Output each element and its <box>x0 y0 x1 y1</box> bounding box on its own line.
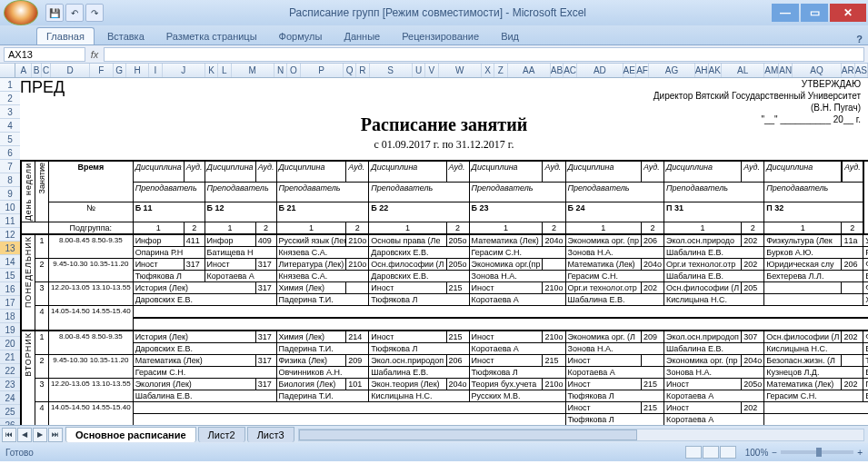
col-header-AR[interactable]: AR <box>842 64 855 77</box>
row-header-5[interactable]: 5 <box>0 133 20 146</box>
col-header-AC[interactable]: AC <box>564 64 577 77</box>
col-header-A[interactable]: A <box>15 64 31 77</box>
row-header-9[interactable]: 9 <box>0 187 20 201</box>
col-header-X[interactable]: X <box>482 64 494 77</box>
group-b11: Б 11 <box>133 202 205 222</box>
minimize-button[interactable]: — <box>772 4 799 22</box>
col-header-U[interactable]: U <box>413 64 425 77</box>
office-button[interactable] <box>4 0 38 25</box>
select-all-button[interactable] <box>0 64 15 77</box>
col-header-P[interactable]: P <box>301 64 344 77</box>
ribbon-tab-layout[interactable]: Разметка страницы <box>157 28 266 44</box>
redo-icon[interactable]: ↷ <box>85 4 104 22</box>
row-header-4[interactable]: 4 <box>0 119 20 133</box>
col-header-M[interactable]: M <box>232 64 274 77</box>
row-header-14[interactable]: 14 <box>0 255 20 269</box>
col-header-AQ[interactable]: AQ <box>793 64 842 77</box>
zoom-slider[interactable] <box>781 450 853 454</box>
ribbon-tab-view[interactable]: Вид <box>492 28 528 44</box>
col-header-AD[interactable]: AD <box>577 64 623 77</box>
ribbon-tab-home[interactable]: Главная <box>36 27 95 44</box>
col-header-I[interactable]: I <box>149 64 162 77</box>
row-header-12[interactable]: 12 <box>0 228 20 242</box>
col-header-F[interactable]: F <box>90 64 113 77</box>
zoom-out-button[interactable]: − <box>772 448 777 458</box>
overflow-text: ПРЕД <box>20 78 65 97</box>
help-icon[interactable]: ? <box>856 34 863 44</box>
col-header-L[interactable]: L <box>218 64 231 77</box>
col-header-G[interactable]: G <box>114 64 126 77</box>
row-header-7[interactable]: 7 <box>0 160 20 173</box>
row-header-8[interactable]: 8 <box>0 173 20 187</box>
col-header-Q[interactable]: Q <box>344 64 356 77</box>
col-header-H[interactable]: H <box>126 64 149 77</box>
row-header-20[interactable]: 20 <box>0 337 20 350</box>
col-header-J[interactable]: J <box>163 64 205 77</box>
row-header-19[interactable]: 19 <box>0 323 20 337</box>
maximize-button[interactable]: ▭ <box>801 4 828 22</box>
row-header-22[interactable]: 22 <box>0 364 20 378</box>
col-header-O[interactable]: O <box>287 64 300 77</box>
col-header-AF[interactable]: AF <box>636 64 649 77</box>
row-header-10[interactable]: 10 <box>0 201 20 214</box>
row-header-23[interactable]: 23 <box>0 378 20 391</box>
ribbon-tab-insert[interactable]: Вставка <box>98 28 154 44</box>
sheet-tab-3[interactable]: Лист3 <box>247 427 294 442</box>
col-header-AA[interactable]: AA <box>508 64 551 77</box>
col-header-Z[interactable]: Z <box>494 64 507 77</box>
zoom-in-button[interactable]: + <box>857 448 863 458</box>
col-header-AM[interactable]: AM <box>764 64 779 77</box>
close-button[interactable]: ✕ <box>830 4 866 22</box>
col-header-K[interactable]: K <box>205 64 218 77</box>
col-header-AG[interactable]: AG <box>649 64 694 77</box>
col-header-R[interactable]: R <box>356 64 369 77</box>
col-header-AB[interactable]: AB <box>551 64 564 77</box>
undo-icon[interactable]: ↶ <box>65 4 84 22</box>
row-header-17[interactable]: 17 <box>0 296 20 310</box>
col-header-AS[interactable]: AS <box>855 64 868 77</box>
col-header-AE[interactable]: AE <box>624 64 636 77</box>
sheet-tab-main[interactable]: Основное расписание <box>65 427 196 442</box>
ribbon-tab-data[interactable]: Данные <box>334 28 389 44</box>
col-header-AH[interactable]: AH <box>695 64 709 77</box>
name-box[interactable]: AX13 <box>4 47 85 62</box>
tab-nav-first[interactable]: ⏮ <box>2 428 16 442</box>
col-header-AL[interactable]: AL <box>722 64 764 77</box>
row-header-18[interactable]: 18 <box>0 310 20 323</box>
view-page-break-button[interactable] <box>720 446 736 459</box>
formula-bar[interactable] <box>104 47 864 62</box>
grid-content[interactable]: ПРЕД УТВЕРЖДАЮ Директор Вятский Государс… <box>20 78 868 443</box>
row-header-3[interactable]: 3 <box>0 105 20 119</box>
tab-nav-last[interactable]: ⏭ <box>48 428 63 442</box>
view-page-layout-button[interactable] <box>703 446 719 459</box>
col-header-B[interactable]: B <box>32 64 42 77</box>
hdr-time: Время <box>49 161 134 202</box>
sheet-tab-2[interactable]: Лист2 <box>198 427 245 442</box>
row-header-24[interactable]: 24 <box>0 391 20 405</box>
row-header-13[interactable]: 13 <box>0 242 20 255</box>
ribbon-tab-formulas[interactable]: Формулы <box>270 28 332 44</box>
view-normal-button[interactable] <box>685 446 702 459</box>
col-header-AK[interactable]: AK <box>709 64 722 77</box>
col-header-V[interactable]: V <box>425 64 438 77</box>
col-header-C[interactable]: C <box>42 64 51 77</box>
row-header-11[interactable]: 11 <box>0 214 20 228</box>
row-header-16[interactable]: 16 <box>0 282 20 296</box>
horizontal-scrollbar[interactable] <box>298 429 864 441</box>
row-header-1[interactable]: 1 <box>0 78 20 92</box>
row-header-15[interactable]: 15 <box>0 269 20 282</box>
col-header-N[interactable]: N <box>274 64 287 77</box>
ribbon-tab-review[interactable]: Рецензирование <box>393 28 488 44</box>
col-header-W[interactable]: W <box>439 64 482 77</box>
col-header-AN[interactable]: AN <box>779 64 793 77</box>
row-header-25[interactable]: 25 <box>0 405 20 419</box>
tab-nav-next[interactable]: ▶ <box>33 428 47 442</box>
row-header-21[interactable]: 21 <box>0 350 20 364</box>
tab-nav-prev[interactable]: ◀ <box>17 428 32 442</box>
row-header-6[interactable]: 6 <box>0 146 20 160</box>
col-header-S[interactable]: S <box>370 64 413 77</box>
row-header-2[interactable]: 2 <box>0 92 20 105</box>
fx-icon[interactable]: fx <box>85 49 104 60</box>
col-header-D[interactable]: D <box>51 64 90 77</box>
save-icon[interactable]: 💾 <box>45 4 64 22</box>
